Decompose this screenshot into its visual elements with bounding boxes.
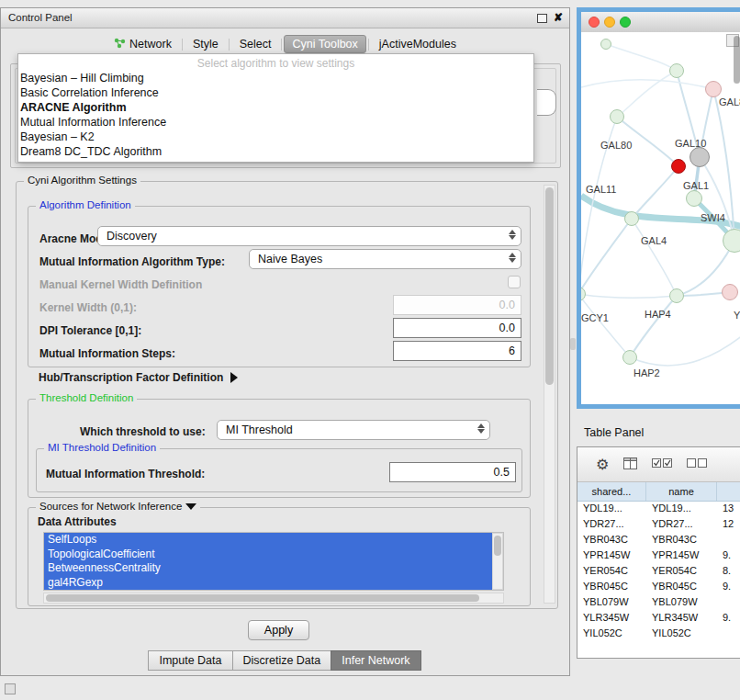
field-value: 0.5 <box>494 466 510 479</box>
zoom-traffic-light[interactable] <box>620 17 631 28</box>
table-header-row: shared...name <box>577 482 740 502</box>
table-column-header[interactable]: shared... <box>577 482 646 501</box>
attr-list-hscroll-thumb[interactable] <box>46 594 479 602</box>
hub-definition-expander[interactable]: Hub/Transcription Factor Definition <box>39 371 238 384</box>
bottom-tab-discretize-data[interactable]: Discretize Data <box>232 650 332 671</box>
algorithm-option[interactable]: ARACNE Algorithm <box>18 100 533 115</box>
table-cell: YBL079W <box>577 594 646 610</box>
table-cell: 12 <box>717 516 740 532</box>
dock-panel-icon[interactable] <box>5 683 16 694</box>
settings-scrollbar[interactable] <box>544 185 555 604</box>
table-row[interactable]: YBR043CYBR043C <box>577 532 740 548</box>
bottom-tab-impute-data[interactable]: Impute Data <box>148 650 232 671</box>
clear-checkboxes-icon[interactable] <box>687 458 707 471</box>
group-title: MI Threshold Definition <box>44 442 160 453</box>
network-node[interactable] <box>669 63 684 78</box>
mi-steps-field[interactable]: 6 <box>393 341 521 361</box>
algorithm-option[interactable]: Bayesian – Hill Climbing <box>18 71 533 85</box>
data-attributes-list[interactable]: SelfLoopsTopologicalCoefficientBetweenne… <box>43 532 504 591</box>
mi-type-select[interactable]: Naive Bayes <box>249 249 521 269</box>
table-cell: YLR345W <box>646 610 717 626</box>
network-node[interactable] <box>600 39 611 50</box>
network-node[interactable] <box>610 109 624 124</box>
attribute-list-item[interactable]: SelfLoops <box>44 533 503 548</box>
network-node[interactable] <box>722 284 738 300</box>
algorithm-option[interactable]: Bayesian – K2 <box>18 130 533 144</box>
control-tab-bar: NetworkStyleSelectCyni ToolboxjActiveMod… <box>1 33 569 55</box>
mi-threshold-field[interactable]: 0.5 <box>389 462 516 482</box>
attr-list-vscroll-thumb[interactable] <box>494 536 501 556</box>
tab-jactivemodules[interactable]: jActiveModules <box>371 35 465 53</box>
table-cell: 9. <box>717 579 740 594</box>
table-cell: 9. <box>717 610 740 626</box>
settings-scrollbar-thumb[interactable] <box>545 187 554 385</box>
tab-style[interactable]: Style <box>185 35 227 53</box>
tab-cyni-toolbox[interactable]: Cyni Toolbox <box>284 35 365 53</box>
table-row[interactable]: YDL19...YDL19...13 <box>577 501 740 516</box>
network-canvas[interactable]: GAL80GAL10GAL8GAL11GAL1SWI4GAL4GCY1HAP4H… <box>581 32 740 404</box>
algorithm-option[interactable]: Dream8 DC_TDC Algorithm <box>18 144 533 159</box>
network-node-label: HAP2 <box>633 367 660 378</box>
table-column-header[interactable]: name <box>646 482 717 501</box>
kernel-width-label: Kernel Width (0,1): <box>39 301 137 314</box>
attr-list-vscroll[interactable] <box>492 533 503 590</box>
column-selector-icon[interactable] <box>623 457 637 472</box>
table-row[interactable]: YPR145WYPR145W9. <box>577 548 740 563</box>
dpi-tolerance-field[interactable]: 0.0 <box>393 318 521 338</box>
table-row[interactable]: YDR27...YDR27...12 <box>577 516 740 532</box>
close-icon[interactable]: ✘ <box>554 11 563 24</box>
table-column-header[interactable] <box>717 482 740 501</box>
apply-button[interactable]: Apply <box>248 620 309 640</box>
table-cell: 13 <box>717 501 740 516</box>
table-cell <box>717 626 740 641</box>
mi-steps-label: Mutual Information Steps: <box>39 347 175 360</box>
table-row[interactable]: YIL052CYIL052C <box>577 626 740 641</box>
attribute-list-item[interactable]: TopologicalCoefficient <box>44 548 503 562</box>
close-traffic-light[interactable] <box>589 17 600 28</box>
network-window-titlebar[interactable] <box>581 12 740 33</box>
manual-kernel-label: Manual Kernel Width Definition <box>39 278 202 291</box>
network-node[interactable] <box>686 190 702 207</box>
network-vscroll-thumb[interactable] <box>734 36 740 84</box>
table-cell: YDL19... <box>577 501 646 516</box>
minimize-traffic-light[interactable] <box>604 17 615 28</box>
kernel-width-field[interactable]: 0.0 <box>393 295 521 315</box>
network-node[interactable] <box>671 159 686 174</box>
attribute-list-item[interactable]: BetweennessCentrality <box>44 561 503 576</box>
network-node[interactable] <box>690 147 710 167</box>
dropdown-placeholder: Select algorithm to view settings <box>18 56 533 71</box>
network-node[interactable] <box>669 288 684 303</box>
tab-select[interactable]: Select <box>231 35 280 53</box>
network-node[interactable] <box>624 211 639 226</box>
algorithm-option[interactable]: Mutual Information Inference <box>18 115 533 130</box>
table-row[interactable]: YER054CYER054C8. <box>577 563 740 579</box>
mi-threshold-label: Mutual Information Threshold: <box>46 468 205 480</box>
network-node[interactable] <box>622 350 637 365</box>
bottom-tab-infer-network[interactable]: Infer Network <box>331 650 420 671</box>
network-node[interactable] <box>723 229 740 253</box>
panel-divider-handle[interactable] <box>570 338 576 350</box>
table-row[interactable]: YLR345WYLR345W9. <box>577 610 740 626</box>
table-cell: YIL052C <box>577 626 646 641</box>
which-threshold-label: Which threshold to use: <box>80 425 206 438</box>
aracne-mode-select[interactable]: Discovery <box>97 226 521 246</box>
table-cell: YDL19... <box>646 501 717 516</box>
network-node-label: GCY1 <box>581 312 609 323</box>
tab-network[interactable]: Network <box>106 35 180 54</box>
algorithm-option[interactable]: Basic Correlation Inference <box>18 85 533 100</box>
select-all-checkboxes-icon[interactable] <box>652 458 672 471</box>
threshold-select[interactable]: MI Threshold <box>217 420 490 440</box>
sources-title[interactable]: Sources for Network Inference <box>36 501 200 512</box>
manual-kernel-checkbox[interactable] <box>508 276 521 288</box>
table-row[interactable]: YBR045CYBR045C9. <box>577 579 740 594</box>
control-panel-window: Control Panel ✘ NetworkStyleSelectCyni T… <box>0 7 570 676</box>
table-cell: YDR27... <box>577 516 646 532</box>
attribute-list-item[interactable]: gal4RGexp <box>44 576 503 591</box>
table-row[interactable]: YBL079WYBL079W <box>577 594 740 610</box>
gear-icon[interactable]: ⚙ <box>596 457 609 472</box>
float-window-icon[interactable] <box>537 14 547 23</box>
tab-label: jActiveModules <box>379 38 456 51</box>
sources-group: Sources for Network Inference Data Attri… <box>28 507 531 606</box>
attr-list-hscroll[interactable] <box>43 593 504 604</box>
network-node[interactable] <box>705 81 722 97</box>
